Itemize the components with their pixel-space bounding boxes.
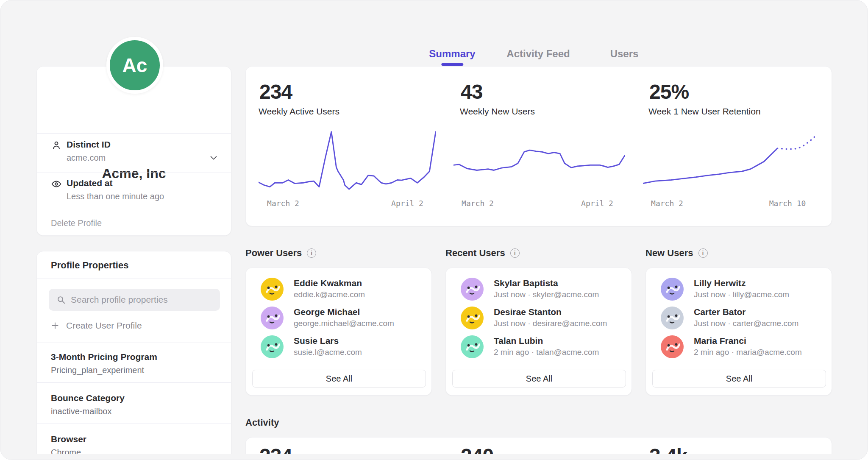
divider (37, 279, 231, 279)
user-list-item[interactable]: Lilly Herwitz Just now · lilly@acme.com (646, 274, 832, 303)
avatar-face-icon (461, 278, 484, 301)
plus-icon (51, 321, 59, 330)
tab-activity-feed[interactable]: Activity Feed (506, 48, 570, 66)
week1-retention-chart (643, 129, 815, 192)
divider (37, 424, 231, 424)
updated-at-label: Updated at (67, 178, 113, 188)
property-value: Pricing_plan_experiment (51, 365, 144, 375)
user-name: Susie Lars (294, 336, 339, 346)
user-avatar (461, 278, 484, 301)
see-all-button[interactable]: See All (452, 370, 626, 388)
x-axis-label-end: April 2 (391, 199, 423, 208)
distinct-id-value: acme.com (67, 153, 106, 163)
user-avatar (261, 335, 284, 358)
stat-number: 25% (649, 80, 689, 103)
user-subtitle: 2 min ago · maria@acme.com (694, 348, 802, 357)
eye-icon (51, 178, 62, 190)
divider (37, 173, 231, 173)
activity-section-title: Activity (245, 417, 279, 428)
user-subtitle: george.michael@acme.com (294, 319, 394, 328)
user-avatar (261, 278, 284, 301)
user-list-item[interactable]: Talan Lubin 2 min ago · talan@acme.com (446, 332, 632, 360)
user-list: Lilly Herwitz Just now · lilly@acme.com … (646, 274, 832, 360)
user-avatar (461, 335, 484, 358)
company-avatar: Ac (106, 37, 163, 94)
avatar-face-icon (261, 307, 284, 329)
tab-summary[interactable]: Summary (429, 48, 475, 66)
property-value: inactive-mailbox (51, 407, 111, 416)
divider (37, 211, 231, 211)
user-avatar (461, 307, 484, 329)
info-icon[interactable]: i (698, 248, 708, 258)
user-subtitle: susie.l@acme.com (294, 348, 362, 357)
avatar-face-icon (261, 278, 284, 301)
x-axis-label-end: March 10 (769, 199, 806, 208)
user-name: Desirae Stanton (494, 307, 562, 317)
user-list-item[interactable]: Desirae Stanton Just now · desirare@acme… (446, 303, 632, 332)
app-frame: Ac Acme, Inc Distinct ID acme.com Update… (0, 0, 868, 460)
stat-weekly-new-users: 43 Weekly New Users March 2 April 2 (441, 67, 637, 226)
recent-users-header: Recent Users i (445, 248, 520, 259)
info-icon[interactable]: i (510, 248, 520, 258)
user-list-item[interactable]: George Michael george.michael@acme.com (246, 303, 431, 332)
property-name: 3-Month Pricing Program (51, 352, 157, 362)
avatar-face-icon (661, 307, 684, 329)
see-all-button[interactable]: See All (652, 370, 826, 388)
chevron-down-icon[interactable] (209, 153, 218, 162)
stat-number: 234 (259, 80, 292, 103)
x-axis-label-start: March 2 (651, 199, 683, 208)
property-name: Browser (51, 434, 86, 444)
avatar-face-icon (661, 335, 684, 358)
user-name: Lilly Herwitz (694, 278, 746, 288)
user-subtitle: Just now · carter@acme.com (694, 319, 798, 328)
divider (37, 343, 231, 343)
person-icon (51, 140, 62, 151)
user-list-item[interactable]: Susie Lars susie.l@acme.com (246, 332, 431, 360)
see-all-button[interactable]: See All (252, 370, 426, 388)
new-users-header: New Users i (645, 248, 708, 259)
power-users-header: Power Users i (245, 248, 316, 259)
profile-properties-search[interactable] (49, 289, 220, 311)
distinct-id-label: Distinct ID (67, 139, 111, 150)
user-list-item[interactable]: Carter Bator Just now · carter@acme.com (646, 303, 832, 332)
section-title: New Users (645, 248, 693, 259)
stat-week1-retention: 25% Week 1 New User Retention March 2 Ma… (637, 67, 832, 226)
x-axis-label-end: April 2 (581, 199, 613, 208)
search-icon (56, 295, 66, 304)
user-name: Maria Franci (694, 336, 746, 346)
summary-stats-card: 234 Weekly Active Users March 2 April 2 … (245, 66, 832, 226)
x-axis-label-start: March 2 (267, 199, 299, 208)
delete-profile-button[interactable]: Delete Profile (51, 218, 102, 228)
weekly-new-users-chart (453, 129, 625, 192)
avatar-face-icon (461, 307, 484, 329)
frame-bottom-edge (0, 454, 868, 460)
company-name: Acme, Inc (37, 166, 231, 181)
create-user-profile-button[interactable]: Create User Profile (51, 321, 142, 331)
stat-weekly-active-users: 234 Weekly Active Users March 2 April 2 (246, 67, 441, 226)
user-avatar (661, 335, 684, 358)
user-name: Eddie Kwakman (294, 278, 362, 288)
avatar-face-icon (461, 335, 484, 358)
profile-properties-title: Profile Properties (51, 260, 128, 271)
stat-label: Weekly New Users (460, 106, 535, 117)
user-subtitle: Just now · skyler@acme.com (494, 290, 599, 299)
section-title: Power Users (245, 248, 302, 259)
weekly-active-users-chart (259, 129, 436, 192)
property-name: Bounce Category (51, 393, 125, 403)
tab-users[interactable]: Users (610, 48, 639, 66)
updated-at-value: Less than one minute ago (67, 192, 164, 201)
info-icon[interactable]: i (307, 248, 316, 258)
search-input[interactable] (71, 295, 211, 305)
user-list-item[interactable]: Maria Franci 2 min ago · maria@acme.com (646, 332, 832, 360)
user-list-item[interactable]: Eddie Kwakman eddie.k@acme.com (246, 274, 431, 303)
divider (37, 133, 231, 134)
user-subtitle: Just now · lilly@acme.com (694, 290, 789, 299)
avatar-face-icon (261, 335, 284, 358)
user-subtitle: Just now · desirare@acme.com (494, 319, 607, 328)
stat-number: 43 (461, 80, 482, 103)
power-users-card: Eddie Kwakman eddie.k@acme.com George Mi… (245, 268, 432, 396)
user-name: George Michael (294, 307, 360, 317)
user-list-item[interactable]: Skylar Baptista Just now · skyler@acme.c… (446, 274, 632, 303)
user-name: Talan Lubin (494, 336, 543, 346)
user-avatar (261, 307, 284, 329)
